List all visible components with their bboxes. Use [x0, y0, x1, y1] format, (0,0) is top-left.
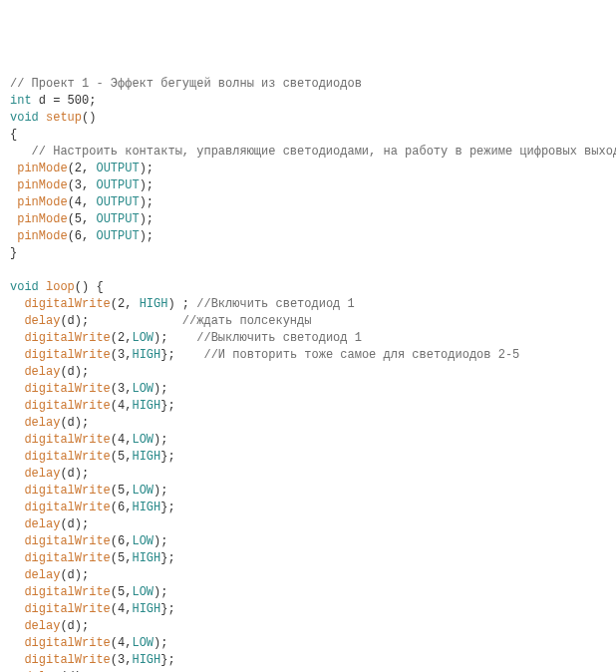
code-token: (4, — [68, 195, 97, 209]
code-token: OUTPUT — [96, 178, 139, 192]
code-token — [10, 602, 24, 616]
code-token — [10, 416, 24, 430]
code-token — [10, 585, 24, 599]
code-token: delay — [24, 467, 60, 481]
code-token: digitalWrite — [24, 382, 110, 396]
code-token — [10, 433, 24, 447]
code-token: (d); — [60, 517, 89, 531]
code-token — [10, 365, 24, 379]
code-token: void — [10, 111, 39, 125]
code-token — [10, 619, 24, 633]
code-token: HIGH — [132, 399, 160, 413]
code-token: (2, — [68, 162, 97, 175]
code-token: HIGH — [140, 297, 168, 311]
code-token: OUTPUT — [96, 195, 139, 209]
code-token: ); — [154, 636, 167, 650]
code-token — [10, 348, 24, 362]
code-line: pinMode(3, OUTPUT); — [10, 177, 606, 194]
code-token: pinMode — [17, 195, 67, 209]
code-token: }; — [160, 450, 174, 464]
code-line: delay(d); — [10, 567, 606, 584]
code-token — [10, 551, 24, 565]
code-token: }; — [160, 551, 174, 565]
code-line — [10, 262, 606, 279]
code-token: digitalWrite — [24, 433, 110, 447]
code-line: // Проект 1 - Эффект бегущей волны из св… — [10, 76, 606, 93]
code-token: ); — [140, 229, 154, 243]
code-line: digitalWrite(5,HIGH}; — [10, 449, 606, 466]
code-token: ); — [140, 178, 154, 192]
code-token: }; — [160, 399, 174, 413]
code-token: digitalWrite — [24, 399, 110, 413]
code-token: LOW — [132, 382, 154, 396]
code-token: ); — [140, 162, 154, 175]
code-token: (6, — [111, 534, 133, 548]
code-token: ); — [154, 331, 196, 345]
code-token: // Проект 1 - Эффект бегущей волны из св… — [10, 77, 362, 91]
code-token: { — [10, 128, 17, 142]
code-line: digitalWrite(6,LOW); — [10, 533, 606, 550]
code-token: HIGH — [132, 450, 160, 464]
code-token: (5, — [111, 484, 133, 498]
code-token: (d); — [60, 416, 89, 430]
code-line: pinMode(6, OUTPUT); — [10, 228, 606, 245]
code-token: delay — [24, 619, 60, 633]
code-line: digitalWrite(5,LOW); — [10, 483, 606, 500]
code-token: HIGH — [132, 602, 160, 616]
code-token: (d); — [60, 314, 181, 328]
code-line: pinMode(5, OUTPUT); — [10, 211, 606, 228]
code-token: }; — [160, 501, 174, 514]
code-token: OUTPUT — [96, 229, 139, 243]
code-line: pinMode(2, OUTPUT); — [10, 161, 606, 177]
code-line: delay(d); — [10, 364, 606, 381]
code-token: LOW — [132, 433, 154, 447]
code-token: delay — [24, 568, 60, 582]
code-token: ) ; — [167, 297, 196, 311]
code-line: void setup() — [10, 110, 606, 127]
code-token: void — [10, 280, 39, 294]
code-line: delay(d); — [10, 415, 606, 432]
code-token: digitalWrite — [24, 297, 110, 311]
code-token: digitalWrite — [24, 534, 110, 548]
code-token — [10, 653, 24, 667]
code-line: { — [10, 127, 606, 144]
code-line: digitalWrite(2,LOW); //Выключить светоди… — [10, 330, 606, 347]
code-token: digitalWrite — [24, 653, 110, 667]
code-line: digitalWrite(4,HIGH}; — [10, 398, 606, 415]
code-token: OUTPUT — [96, 162, 139, 175]
code-token: (5, — [111, 551, 133, 565]
code-token: delay — [24, 517, 60, 531]
code-token — [10, 484, 24, 498]
code-token: ); — [154, 382, 167, 396]
code-token: (d); — [60, 619, 89, 633]
code-token: (2, — [111, 331, 133, 345]
code-line: delay(d); — [10, 618, 606, 635]
code-token: ); — [140, 195, 154, 209]
code-token — [10, 501, 24, 514]
code-token — [10, 467, 24, 481]
code-token — [10, 534, 24, 548]
code-token: delay — [24, 314, 60, 328]
code-line: digitalWrite(3,LOW); — [10, 381, 606, 398]
code-token: delay — [24, 416, 60, 430]
code-token: }; — [160, 602, 174, 616]
code-token: digitalWrite — [24, 636, 110, 650]
code-token: digitalWrite — [24, 551, 110, 565]
code-token — [39, 111, 46, 125]
code-token: (d); — [60, 467, 89, 481]
code-token — [10, 382, 24, 396]
code-line: // Настроить контакты, управляющие свето… — [10, 144, 606, 161]
code-line: digitalWrite(6,HIGH}; — [10, 500, 606, 516]
code-token: (d); — [60, 568, 89, 582]
code-token: setup — [46, 111, 82, 125]
code-token — [39, 280, 46, 294]
code-token: digitalWrite — [24, 450, 110, 464]
code-line: delay(d); — [10, 466, 606, 483]
code-line: digitalWrite(5,LOW); — [10, 584, 606, 601]
code-token: digitalWrite — [24, 501, 110, 514]
code-token — [10, 297, 24, 311]
code-token — [10, 450, 24, 464]
code-token: }; — [160, 653, 174, 667]
code-token: digitalWrite — [24, 484, 110, 498]
code-token: digitalWrite — [24, 348, 110, 362]
